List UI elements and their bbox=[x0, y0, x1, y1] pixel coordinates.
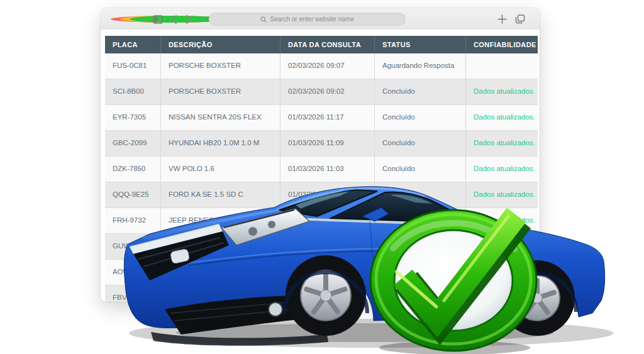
column-header: DESCRIÇÃO bbox=[160, 36, 280, 53]
browser-toolbar: Search or enter website name bbox=[101, 8, 540, 30]
cell-confiabilidade: Dados atualizados. bbox=[465, 79, 538, 104]
column-header: STATUS bbox=[374, 36, 465, 53]
table-row: SCI-8B00PORSCHE BOXSTER02/03/2026 09:02C… bbox=[105, 79, 538, 104]
cell-confiabilidade bbox=[465, 53, 538, 79]
column-header: PLACA bbox=[105, 36, 160, 53]
cell-confiabilidade: Dados atualizados. bbox=[465, 131, 538, 156]
search-icon bbox=[260, 16, 267, 23]
back-button[interactable] bbox=[169, 14, 179, 25]
search-placeholder: Search or enter website name bbox=[270, 16, 353, 23]
plus-icon bbox=[497, 14, 507, 24]
table-row: EYR-7305NISSAN SENTRA 20S FLEX01/03/2026… bbox=[105, 104, 538, 130]
cell-confiabilidade: Dados atualizados. bbox=[465, 157, 538, 182]
cell-status: Concluído bbox=[374, 105, 465, 130]
cell-data: 01/03/2026 11:09 bbox=[280, 131, 374, 156]
cell-descricao: NISSAN SENTRA 20S FLEX bbox=[160, 105, 280, 130]
cell-status: Concluído bbox=[374, 79, 465, 104]
column-header: CONFIABILIDADE bbox=[465, 36, 538, 53]
cell-placa: FUS-0C81 bbox=[105, 53, 160, 79]
table-row: GBC-2099HYUNDAI HB20 1.0M 1.0 M01/03/202… bbox=[105, 130, 538, 156]
sidebar-icon bbox=[153, 15, 163, 24]
cell-status: Concluído bbox=[374, 131, 465, 156]
cell-placa: GBC-2099 bbox=[105, 131, 160, 156]
new-tab-button[interactable] bbox=[497, 14, 508, 25]
chevron-right-icon bbox=[186, 15, 192, 24]
cell-status: Concluído bbox=[374, 157, 465, 182]
forward-button[interactable] bbox=[183, 14, 194, 25]
cell-placa: EYR-7305 bbox=[105, 105, 160, 130]
search-input[interactable]: Search or enter website name bbox=[209, 13, 406, 26]
tab-overview-button[interactable] bbox=[514, 14, 525, 25]
cell-data: 02/03/2026 09:07 bbox=[280, 53, 374, 79]
cell-data: 01/03/2026 11:17 bbox=[280, 105, 374, 130]
cell-data: 01/03/2026 11:03 bbox=[280, 157, 374, 182]
cell-descricao: PORSCHE BOXSTER bbox=[160, 53, 280, 79]
table-header-row: PLACADESCRIÇÃODATA DA CONSULTASTATUSCONF… bbox=[105, 36, 538, 53]
chevron-left-icon bbox=[171, 15, 177, 24]
column-header: DATA DA CONSULTA bbox=[280, 36, 374, 53]
cell-descricao: PORSCHE BOXSTER bbox=[160, 79, 280, 104]
cell-data: 02/03/2026 09:02 bbox=[280, 79, 374, 104]
cell-placa: DZK-7850 bbox=[105, 157, 160, 182]
check-badge bbox=[365, 202, 542, 354]
cell-descricao: VW POLO 1.6 bbox=[160, 157, 280, 182]
table-row: DZK-7850VW POLO 1.601/03/2026 11:03Concl… bbox=[105, 156, 538, 182]
cell-descricao: HYUNDAI HB20 1.0M 1.0 M bbox=[160, 131, 280, 156]
cell-placa: SCI-8B00 bbox=[105, 79, 160, 104]
cell-confiabilidade: Dados atualizados. bbox=[465, 105, 538, 130]
tabs-icon bbox=[515, 14, 525, 24]
sidebar-toggle-button[interactable] bbox=[152, 14, 163, 25]
table-row: FUS-0C81PORSCHE BOXSTER02/03/2026 09:07A… bbox=[105, 53, 538, 79]
cell-status: Aguardando Resposta bbox=[374, 53, 465, 79]
